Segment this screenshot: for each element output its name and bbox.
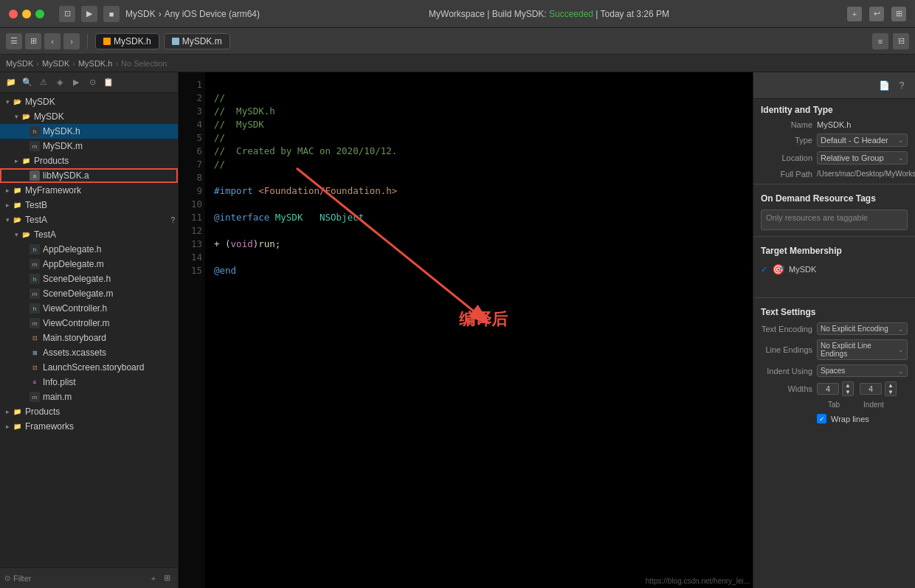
indent-width-input[interactable] xyxy=(860,383,882,395)
tree-info-plist[interactable]: ≡ Info.plist xyxy=(0,375,178,390)
tree-frameworks[interactable]: ▸ 📁 Frameworks xyxy=(0,419,178,434)
editor-toolbar: ☰ ⊞ ‹ › MySDK.h MySDK.m ≡ ⊟ xyxy=(0,28,915,55)
add-file-button[interactable]: + xyxy=(147,572,160,585)
tree-testa-group[interactable]: ▾ 📂 TestA xyxy=(0,227,178,242)
indent-label: Indent Using xyxy=(761,367,812,376)
tree-scenedelegate-h[interactable]: h SceneDelegate.h xyxy=(0,271,178,286)
tree-assets[interactable]: ⊞ Assets.xcassets xyxy=(0,345,178,360)
nav-search-button[interactable]: 🔍 xyxy=(21,76,34,89)
stop-button[interactable]: ■ xyxy=(103,6,120,22)
tree-appdelegate-m[interactable]: m AppDelegate.m xyxy=(0,257,178,271)
fullscreen-button[interactable] xyxy=(35,10,44,18)
nav-warning-button[interactable]: ⚠ xyxy=(37,76,50,89)
minimize-button[interactable] xyxy=(22,10,31,18)
tab-width-input[interactable] xyxy=(817,383,839,395)
indent-field-row: Indent Using Spaces ⌄ xyxy=(753,362,915,379)
file-inspector-icon[interactable]: 📄 xyxy=(878,80,890,91)
tree-mysdkh[interactable]: h MySDK.h xyxy=(0,124,178,139)
tree-main-m[interactable]: m main.m xyxy=(0,390,178,404)
m-file-icon: m xyxy=(30,392,40,402)
folder-icon: 📁 xyxy=(12,200,22,210)
tree-testa[interactable]: ▾ 📂 TestA ? xyxy=(0,212,178,227)
tree-products2[interactable]: ▸ 📁 Products xyxy=(0,404,178,419)
tab-stepper-buttons: ▲ ▼ xyxy=(842,381,854,396)
wrap-lines-checkbox[interactable]: ✓ xyxy=(817,414,826,423)
nav-breakpoint-button[interactable]: ◈ xyxy=(53,76,66,89)
h-file-icon xyxy=(103,38,111,45)
line-endings-label: Line Endings xyxy=(761,345,812,354)
tab-width-up[interactable]: ▲ xyxy=(843,382,853,389)
indent-select[interactable]: Spaces ⌄ xyxy=(817,364,908,377)
nav-source-button[interactable]: ⊙ xyxy=(86,76,99,89)
tree-appdelegate-h[interactable]: h AppDelegate.h xyxy=(0,242,178,257)
tree-mysdkm[interactable]: m MySDK.m xyxy=(0,139,178,153)
line-endings-select[interactable]: No Explicit Line Endings ⌄ xyxy=(817,339,908,360)
chevron-down-icon: ⌄ xyxy=(898,346,904,353)
type-label: Type xyxy=(761,136,812,145)
tree-root-mySDK[interactable]: ▾ 📂 MySDK xyxy=(0,94,178,109)
code-editor[interactable]: 12345 678910 1112131415 // // MySDK.h //… xyxy=(179,72,753,588)
widths-field-row: Widths ▲ ▼ ▲ ▼ xyxy=(753,379,915,398)
toolbar-back-button[interactable]: ‹ xyxy=(44,33,61,49)
tree-libmysdk-a[interactable]: a libMySDK.a xyxy=(0,168,178,183)
nav-back-button[interactable]: ↩ xyxy=(869,7,884,21)
expand-arrow: ▾ xyxy=(3,216,12,224)
sidebar-toggle-button[interactable]: ⊡ xyxy=(59,6,75,22)
scheme-name: MySDK xyxy=(125,9,156,19)
folder-icon: 📂 xyxy=(12,97,22,107)
nav-report-button[interactable]: 📋 xyxy=(102,76,115,89)
close-button[interactable] xyxy=(9,10,18,18)
annotation-text: 编译后 xyxy=(459,308,508,331)
indent-width-up[interactable]: ▲ xyxy=(885,382,896,389)
checkmark-icon: ✓ xyxy=(819,415,825,423)
new-tab-button[interactable]: + xyxy=(847,7,862,21)
file-tree: ▾ 📂 MySDK ▾ 📂 MySDK h MySDK.h m MySDK.m xyxy=(0,93,178,567)
run-button[interactable]: ▶ xyxy=(81,6,97,22)
tree-testb[interactable]: ▸ 📁 TestB xyxy=(0,198,178,212)
divider-1 xyxy=(753,184,915,184)
location-select[interactable]: Relative to Group ⌄ xyxy=(817,151,908,165)
m-file-icon: m xyxy=(30,259,40,269)
tree-launchscreen[interactable]: ⊡ LaunchScreen.storyboard xyxy=(0,360,178,375)
name-field-row: Name MySDK.h xyxy=(753,118,915,131)
nav-debug-button[interactable]: ▶ xyxy=(69,76,83,89)
tags-input-field[interactable]: Only resources are taggable xyxy=(761,210,908,230)
name-label: Name xyxy=(761,120,812,129)
m-file-icon: m xyxy=(30,141,40,151)
type-select[interactable]: Default - C Header ⌄ xyxy=(817,134,908,147)
encoding-select[interactable]: No Explicit Encoding ⌄ xyxy=(817,322,908,335)
tree-viewcontroller-h[interactable]: h ViewController.h xyxy=(0,301,178,316)
tree-myframework[interactable]: ▸ 📁 MyFramework xyxy=(0,183,178,198)
watermark: https://blog.csdn.net/henry_lei... xyxy=(646,577,750,585)
toolbar-forward-button[interactable]: › xyxy=(63,33,80,49)
tree-products[interactable]: ▸ 📁 Products xyxy=(0,153,178,168)
tree-main-storyboard[interactable]: ⊡ Main.storyboard xyxy=(0,331,178,345)
editor-options-button[interactable]: ≡ xyxy=(872,33,888,49)
toolbar-grid-button[interactable]: ⊞ xyxy=(25,33,41,49)
tree-scenedelegate-m[interactable]: m SceneDelegate.m xyxy=(0,286,178,301)
h-file-icon: h xyxy=(30,274,40,284)
editor-layout-button[interactable]: ⊟ xyxy=(893,33,909,49)
layout-toggle[interactable]: ⊞ xyxy=(891,7,906,21)
m-file-icon: m xyxy=(30,288,40,299)
help-icon[interactable]: ? xyxy=(896,80,908,91)
divider-3 xyxy=(753,297,915,298)
chevron-down-icon: ⌄ xyxy=(898,325,904,333)
status-text: MyWorkspace | Build MySDK: Succeeded | T… xyxy=(429,9,669,19)
device-selector[interactable]: MySDK › Any iOS Device (arm64) xyxy=(125,9,260,19)
chevron-down-icon: ⌄ xyxy=(898,154,904,162)
expand-arrow: ▾ xyxy=(12,113,21,120)
checkmark-icon: ✓ xyxy=(761,265,767,274)
tab-mysdkh[interactable]: MySDK.h xyxy=(95,33,159,49)
tree-mySDK-group[interactable]: ▾ 📂 MySDK xyxy=(0,109,178,124)
tab-width-down[interactable]: ▼ xyxy=(843,389,853,395)
tree-viewcontroller-m[interactable]: m ViewController.m xyxy=(0,316,178,331)
sidebar-panel-button[interactable]: ☰ xyxy=(6,33,22,49)
navigator-toolbar: 📁 🔍 ⚠ ◈ ▶ ⊙ 📋 xyxy=(0,72,178,93)
nav-folder-button[interactable]: 📁 xyxy=(4,76,18,89)
folder-icon: 📁 xyxy=(12,185,22,196)
show-hierarchy-button[interactable]: ⊞ xyxy=(160,572,173,585)
indent-width-down[interactable]: ▼ xyxy=(885,389,896,395)
tab-mysdkm[interactable]: MySDK.m xyxy=(164,33,230,49)
indent-label2: Indent xyxy=(857,401,891,409)
